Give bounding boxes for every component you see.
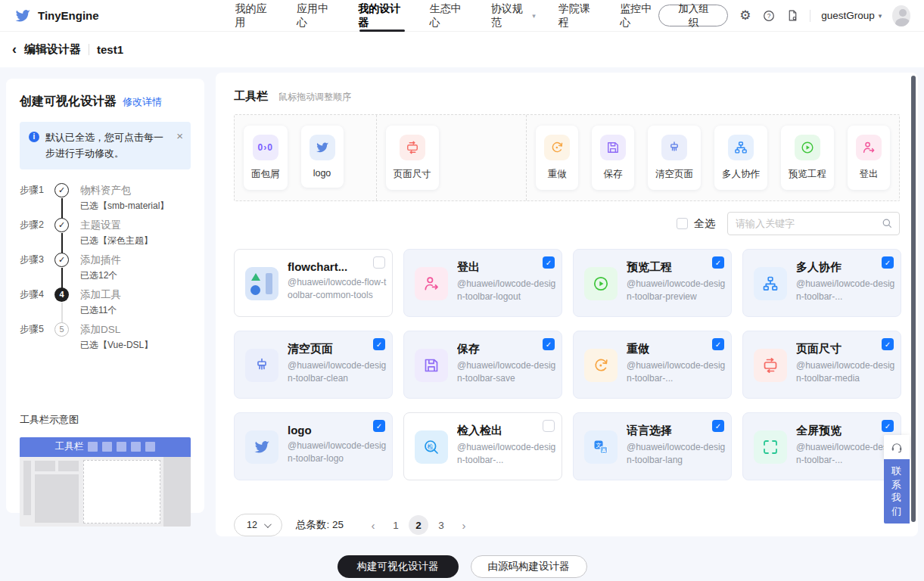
card-checkbox-checked[interactable]: ✓ bbox=[882, 420, 894, 432]
card-checkbox-checked[interactable]: ✓ bbox=[373, 338, 385, 350]
wizard-sidebar: 创建可视化设计器 修改详情 i 默认已全选，您可点击每一步进行手动修改。 × 步… bbox=[6, 79, 204, 513]
brand-name: TinyEngine bbox=[38, 9, 99, 22]
vertical-scrollbar[interactable] bbox=[911, 76, 916, 522]
contact-us-button[interactable]: 联系我们 bbox=[884, 459, 910, 524]
main-nav: 我的应用 应用中心 我的设计器 生态中心 协议规范▾ 学院课程 监控中心 bbox=[235, 0, 659, 32]
card-checkbox-checked[interactable]: ✓ bbox=[712, 420, 724, 432]
step-tools-current[interactable]: 步骤4 4 添加工具 已选11个 bbox=[20, 287, 191, 322]
card-preview-project[interactable]: 预览工程 @huawei/lowcode-design-toolbar-prev… bbox=[573, 249, 732, 317]
card-logo[interactable]: logo @huawei/lowcode-design-toolbar-logo… bbox=[234, 412, 393, 480]
clean-brush-icon bbox=[661, 135, 687, 160]
flowchart-shapes-icon bbox=[245, 267, 278, 300]
navbar-right: 加入组织 ⚙ guestGroup▾ bbox=[658, 5, 910, 26]
settings-gear-icon[interactable]: ⚙ bbox=[739, 8, 751, 23]
preview-item-redo[interactable]: 重做 bbox=[536, 126, 578, 190]
card-checkbox-checked[interactable]: ✓ bbox=[882, 338, 894, 350]
step-check-icon: ✓ bbox=[54, 253, 69, 267]
card-checkbox-checked[interactable]: ✓ bbox=[373, 420, 385, 432]
page-size-icon bbox=[754, 349, 787, 382]
nav-item-eco-center[interactable]: 生态中心 bbox=[429, 0, 468, 32]
card-checkbox-unchecked[interactable] bbox=[543, 420, 555, 432]
schematic-label: 工具栏示意图 bbox=[20, 413, 191, 427]
redo-icon bbox=[584, 349, 618, 382]
preview-group-center: 页面尺寸 bbox=[376, 115, 526, 200]
page-size-select[interactable]: 12 bbox=[234, 514, 282, 536]
card-save[interactable]: 保存 @huawei/lowcode-design-toolbar-save ✓ bbox=[403, 331, 562, 399]
preview-item-logout[interactable]: 登出 bbox=[848, 126, 890, 190]
card-fullscreen[interactable]: 全屏预览 @huawei/lowcode-design-toolbar-... … bbox=[742, 412, 901, 480]
preview-item-page-size[interactable]: 页面尺寸 bbox=[386, 126, 439, 190]
card-flowchart[interactable]: flowchart... @huawei/lowcode-flow-toolba… bbox=[234, 249, 393, 317]
card-checkbox-checked[interactable]: ✓ bbox=[882, 256, 894, 269]
changelog-doc-icon[interactable] bbox=[786, 8, 799, 23]
search-icon[interactable] bbox=[881, 217, 893, 229]
breadcrumb-back-label[interactable]: 编辑设计器 bbox=[24, 42, 81, 57]
build-from-source-button[interactable]: 由源码构建设计器 bbox=[471, 555, 587, 578]
plugin-card-grid: flowchart... @huawei/lowcode-flow-toolba… bbox=[234, 249, 900, 480]
support-headset-button[interactable] bbox=[884, 435, 910, 459]
next-page-icon[interactable]: › bbox=[454, 515, 474, 535]
page-1[interactable]: 1 bbox=[386, 515, 406, 535]
brand[interactable]: TinyEngine bbox=[14, 7, 99, 25]
preview-item-collaboration[interactable]: 多人协作 bbox=[714, 126, 767, 190]
total-count: 总条数: 25 bbox=[296, 518, 344, 532]
org-chart-icon bbox=[728, 135, 754, 160]
footer-actions: 构建可视化设计器 由源码构建设计器 bbox=[0, 555, 924, 578]
card-checkbox-checked[interactable]: ✓ bbox=[712, 338, 724, 350]
step-theme[interactable]: 步骤2 ✓ 主题设置 已选【深色主题】 bbox=[20, 218, 191, 253]
select-all-checkbox[interactable] bbox=[677, 218, 688, 229]
page-3[interactable]: 3 bbox=[431, 515, 451, 535]
nav-item-app-center[interactable]: 应用中心 bbox=[297, 0, 335, 32]
bird-logo-icon bbox=[245, 430, 278, 464]
breadcrumb-current: test1 bbox=[97, 43, 123, 56]
nav-item-my-apps[interactable]: 我的应用 bbox=[235, 0, 274, 32]
avatar[interactable] bbox=[892, 5, 910, 26]
card-checkbox-checked[interactable]: ✓ bbox=[543, 256, 555, 269]
preview-item-breadcrumb[interactable]: 0›0 面包屑 bbox=[244, 126, 288, 190]
card-checkbox-unchecked[interactable] bbox=[373, 256, 385, 269]
page-2-current[interactable]: 2 bbox=[409, 515, 428, 535]
user-group-dropdown[interactable]: guestGroup▾ bbox=[821, 10, 882, 21]
step-dsl[interactable]: 步骤5 5 添加DSL 已选【Vue-DSL】 bbox=[20, 322, 191, 357]
toolbar-schematic: 工具栏 bbox=[20, 437, 191, 527]
back-chevron-icon[interactable]: ‹ bbox=[12, 42, 17, 56]
nav-item-my-designers[interactable]: 我的设计器 bbox=[358, 0, 406, 32]
save-icon bbox=[600, 135, 626, 160]
nav-item-monitor[interactable]: 监控中心 bbox=[620, 0, 658, 32]
preview-item-save[interactable]: 保存 bbox=[592, 126, 634, 190]
headset-icon bbox=[890, 440, 904, 454]
step-material[interactable]: 步骤1 ✓ 物料资产包 已选【smb-material】 bbox=[20, 183, 191, 218]
translate-icon bbox=[584, 430, 618, 464]
pagination: 12 总条数: 25 ‹ 1 2 3 › bbox=[234, 514, 900, 536]
card-clear-page[interactable]: 清空页面 @huawei/lowcode-design-toolbar-clea… bbox=[234, 331, 393, 399]
card-redo[interactable]: 重做 @huawei/lowcode-design-toolbar-... ✓ bbox=[573, 331, 732, 399]
card-check-in-out[interactable]: 检入检出 @huawei/lowcode-design-toolbar-... bbox=[403, 412, 562, 480]
preview-item-clear-page[interactable]: 清空页面 bbox=[648, 126, 701, 190]
logout-person-icon bbox=[415, 267, 448, 300]
join-org-button[interactable]: 加入组织 bbox=[658, 5, 728, 26]
card-checkbox-checked[interactable]: ✓ bbox=[712, 256, 724, 269]
nav-item-protocols[interactable]: 协议规范▾ bbox=[491, 0, 536, 32]
panel-title: 工具栏 bbox=[234, 89, 268, 104]
card-collaboration[interactable]: 多人协作 @huawei/lowcode-design-toolbar-... … bbox=[742, 249, 901, 317]
help-icon[interactable] bbox=[762, 8, 776, 23]
preview-item-logo[interactable]: logo bbox=[301, 126, 344, 188]
card-logout[interactable]: 登出 @huawei/lowcode-design-toolbar-logout… bbox=[403, 249, 562, 317]
prev-page-icon[interactable]: ‹ bbox=[363, 515, 383, 535]
toolbar-config-panel: 工具栏 鼠标拖动调整顺序 0›0 面包屑 logo 页面尺寸 bbox=[216, 73, 918, 536]
card-checkbox-checked[interactable]: ✓ bbox=[543, 338, 555, 350]
build-designer-button[interactable]: 构建可视化设计器 bbox=[338, 555, 459, 578]
preview-group-right: 重做 保存 清空页面 多人协作 预览工程 bbox=[526, 115, 899, 200]
play-circle-icon bbox=[795, 135, 820, 160]
step-plugins[interactable]: 步骤3 ✓ 添加插件 已选12个 bbox=[20, 253, 191, 287]
sidebar-title: 创建可视化设计器 bbox=[20, 94, 117, 110]
divider bbox=[89, 44, 89, 55]
edit-details-link[interactable]: 修改详情 bbox=[123, 95, 162, 109]
card-page-size[interactable]: 页面尺寸 @huawei/lowcode-design-toolbar-medi… bbox=[742, 331, 901, 399]
close-icon[interactable]: × bbox=[176, 129, 183, 162]
card-language[interactable]: 语言选择 @huawei/lowcode-design-toolbar-lang… bbox=[573, 412, 732, 480]
preview-item-preview-project[interactable]: 预览工程 bbox=[781, 126, 834, 190]
nav-item-academy[interactable]: 学院课程 bbox=[558, 0, 597, 32]
alert-text: 默认已全选，您可点击每一步进行手动修改。 bbox=[45, 129, 169, 162]
search-input[interactable] bbox=[727, 212, 900, 235]
